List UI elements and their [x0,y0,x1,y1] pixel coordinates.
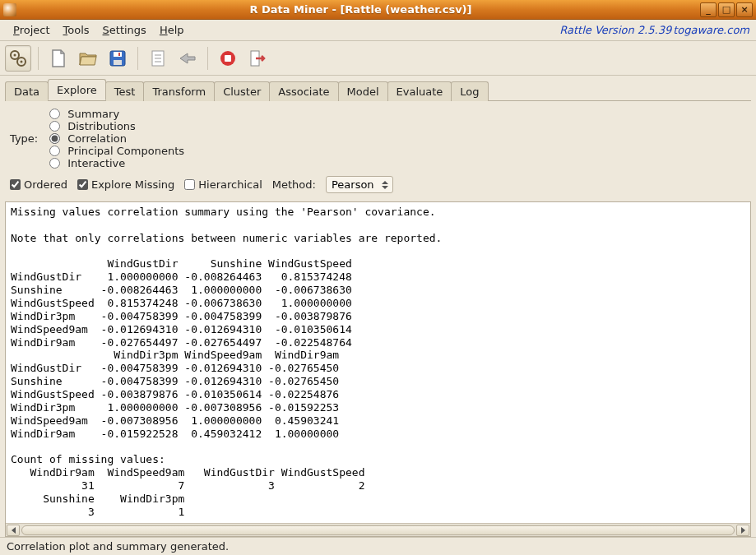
scroll-thumb[interactable] [21,525,735,535]
version-text: Rattle Version 2.5.39 [559,24,671,36]
gear-icon [8,49,28,68]
output-text[interactable]: Missing values correlation summary using… [6,202,750,523]
stop-button[interactable] [215,45,241,72]
statusbar: Correlation plot and summary generated. [0,537,756,555]
svg-rect-13 [225,55,231,62]
report-button[interactable] [145,45,171,72]
tab-cluster[interactable]: Cluster [214,81,270,101]
export-icon [178,49,197,68]
tab-model[interactable]: Model [338,81,388,101]
scroll-left-button[interactable] [7,525,20,536]
new-button[interactable] [45,45,72,72]
tab-transform[interactable]: Transform [143,81,215,101]
method-select[interactable]: Pearson [326,176,393,193]
window-controls: _ □ × [700,2,753,17]
open-button[interactable] [75,45,101,72]
menubar: Project Tools Settings Help Rattle Versi… [0,20,756,41]
menu-tools[interactable]: Tools [57,21,96,39]
export-button[interactable] [174,45,201,72]
horizontal-scrollbar[interactable] [6,523,750,536]
quit-button[interactable] [244,45,271,72]
svg-rect-5 [114,52,122,57]
document-icon [148,49,168,68]
output-panel: Missing values correlation summary using… [5,201,751,537]
minimize-button[interactable]: _ [700,2,717,17]
scroll-right-button[interactable] [736,525,749,536]
save-button[interactable] [104,45,131,72]
type-radio-interactive[interactable]: Interactive [49,157,184,169]
folder-open-icon [78,49,98,68]
options-panel: Type: SummaryDistributionsCorrelationPri… [0,101,756,201]
type-radio-distributions[interactable]: Distributions [49,120,184,132]
svg-rect-7 [118,53,120,56]
tab-data[interactable]: Data [5,81,49,101]
tab-log[interactable]: Log [451,81,488,101]
svg-point-3 [21,60,23,62]
svg-point-1 [14,53,16,56]
menu-help[interactable]: Help [153,21,191,39]
titlebar: R Data Miner - [Rattle (weather.csv)] _ … [0,0,756,20]
menu-settings[interactable]: Settings [96,21,153,39]
toolbar [0,41,756,76]
window-title: R Data Miner - [Rattle (weather.csv)] [21,3,700,16]
ordered-checkbox[interactable]: Ordered [10,178,67,191]
type-row: Type: SummaryDistributionsCorrelationPri… [10,108,746,169]
stop-icon [218,49,238,68]
tabs: DataExploreTestTransformClusterAssociate… [0,76,756,100]
app-icon [3,3,16,16]
maximize-button[interactable]: □ [718,2,735,17]
svg-rect-6 [114,60,122,65]
method-label: Method: [272,178,316,191]
file-icon [49,49,68,68]
tab-explore[interactable]: Explore [48,79,106,100]
tab-evaluate[interactable]: Evaluate [387,81,452,101]
exit-icon [248,49,267,68]
save-icon [108,49,128,68]
status-text: Correlation plot and summary generated. [7,540,229,553]
close-button[interactable]: × [736,2,753,17]
menu-project[interactable]: Project [7,21,57,39]
tab-associate[interactable]: Associate [269,81,338,101]
options-row: Ordered Explore Missing Hierarchical Met… [10,176,746,193]
version-link[interactable]: togaware.com [673,24,749,36]
execute-button[interactable] [5,45,31,72]
hierarchical-checkbox[interactable]: Hierarchical [184,178,262,191]
tab-test[interactable]: Test [105,81,145,101]
type-radio-principal-components[interactable]: Principal Components [49,145,184,157]
explore-missing-checkbox[interactable]: Explore Missing [77,178,174,191]
type-radio-correlation[interactable]: Correlation [49,132,184,145]
type-label: Type: [10,132,38,145]
type-radio-summary[interactable]: Summary [49,108,184,120]
